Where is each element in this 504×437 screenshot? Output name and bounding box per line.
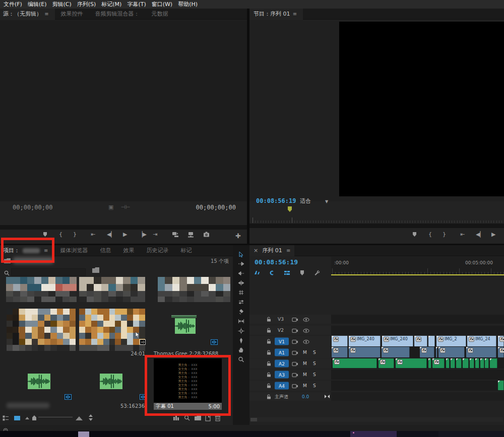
pen-tool[interactable] bbox=[238, 336, 244, 342]
source-ruler[interactable] bbox=[0, 225, 247, 230]
thumbnail-strip-4[interactable] bbox=[7, 345, 76, 351]
track-target-V1[interactable]: V1 bbox=[275, 338, 289, 345]
program-time-ruler[interactable] bbox=[249, 215, 504, 224]
mark-in-button[interactable]: { bbox=[428, 232, 432, 237]
clip-A2-4[interactable]: fx bbox=[432, 358, 445, 368]
clip-A1-0[interactable]: fx bbox=[332, 347, 348, 357]
source-assign-icon[interactable] bbox=[292, 337, 298, 346]
go-to-in-button[interactable]: ⇤ bbox=[460, 232, 465, 237]
track-select-tool[interactable] bbox=[238, 259, 244, 265]
slide-tool[interactable] bbox=[238, 317, 244, 323]
timeline-hscrollbar[interactable] bbox=[250, 417, 503, 422]
track-content-A4[interactable] bbox=[331, 381, 504, 391]
track-header-A1[interactable]: A1MS bbox=[249, 347, 331, 358]
source-assign-icon[interactable] bbox=[292, 348, 298, 357]
anchor-tool[interactable] bbox=[238, 326, 244, 332]
hand-tool[interactable] bbox=[238, 345, 244, 351]
lock-icon[interactable] bbox=[267, 337, 271, 346]
source-assign-icon[interactable] bbox=[292, 326, 298, 335]
clip-A2-11[interactable] bbox=[480, 358, 484, 368]
play-button[interactable]: ▶ bbox=[491, 232, 495, 237]
zoom-tool[interactable] bbox=[238, 355, 244, 361]
master-volume[interactable]: 0.0 bbox=[302, 394, 309, 399]
audio-item-thomas[interactable] bbox=[175, 318, 196, 334]
track-content-A3[interactable] bbox=[331, 370, 504, 380]
track-target-A1[interactable]: A1 bbox=[275, 349, 289, 356]
thumbnail-item-2[interactable] bbox=[79, 277, 145, 291]
toggle-track-output-icon[interactable] bbox=[303, 326, 309, 335]
track-header-A4[interactable]: A4MS bbox=[249, 381, 331, 391]
slip-mini-tool[interactable] bbox=[238, 298, 244, 304]
output-settings-icon[interactable]: ▣ bbox=[108, 204, 113, 210]
track-target-A2[interactable]: A2 bbox=[275, 360, 289, 368]
menu-item-6[interactable]: 窗口(W) bbox=[152, 1, 172, 8]
thumbnail-item-5[interactable] bbox=[79, 309, 145, 345]
step-forward-button[interactable]: ▕▶ bbox=[138, 232, 147, 237]
mark-in-button[interactable]: { bbox=[59, 232, 62, 237]
play-button[interactable]: ▶ bbox=[123, 232, 127, 237]
menu-item-5[interactable]: 字幕(T) bbox=[127, 1, 146, 8]
add-button[interactable]: ✚ bbox=[235, 232, 241, 240]
rate-stretch-tool[interactable] bbox=[238, 288, 244, 294]
lock-icon[interactable] bbox=[267, 348, 271, 357]
program-timecode[interactable]: 00:08:56:19 bbox=[256, 197, 296, 204]
thumbnail-strip-5[interactable] bbox=[79, 345, 145, 351]
clip-V1-5[interactable]: fxIMG_2 bbox=[436, 336, 466, 346]
lock-icon[interactable] bbox=[267, 359, 271, 369]
source-assign-icon[interactable] bbox=[292, 315, 298, 324]
lock-icon[interactable] bbox=[267, 326, 271, 335]
clip-A1-6[interactable]: fx bbox=[466, 347, 496, 357]
source-assign-icon[interactable] bbox=[292, 381, 298, 391]
track-target-A4[interactable]: A4 bbox=[275, 382, 289, 390]
clip-A2-0[interactable]: fx bbox=[333, 358, 377, 368]
clip-A1-7[interactable]: fx bbox=[498, 347, 504, 357]
tab-program[interactable]: 节目：序列 01 ≡ bbox=[249, 9, 303, 20]
mute-button[interactable]: M bbox=[303, 372, 307, 377]
menu-item-3[interactable]: 序列(S) bbox=[77, 1, 96, 8]
mute-button[interactable]: M bbox=[303, 383, 307, 388]
mute-button[interactable]: M bbox=[303, 361, 307, 366]
rolling-edit-tool[interactable] bbox=[238, 278, 244, 284]
clip-A1-2[interactable]: fx bbox=[382, 347, 410, 357]
clip-V1-2[interactable]: fxIMG_240 bbox=[382, 336, 413, 346]
clip-A2-5[interactable] bbox=[446, 358, 450, 368]
solo-button[interactable]: S bbox=[313, 372, 316, 377]
add-marker-button[interactable] bbox=[412, 232, 417, 238]
selection-tool[interactable] bbox=[238, 250, 244, 256]
clip-A2-13[interactable] bbox=[490, 358, 497, 368]
thumbnail-strip-2[interactable] bbox=[79, 291, 145, 302]
clip-A2-3[interactable] bbox=[428, 358, 431, 368]
track-header-A2[interactable]: A2MS bbox=[249, 358, 331, 369]
clip-A2-7[interactable] bbox=[456, 358, 462, 368]
program-scrollbar[interactable] bbox=[249, 224, 504, 228]
overwrite-button[interactable] bbox=[187, 232, 194, 239]
insert-button[interactable] bbox=[172, 232, 178, 239]
clip-A1-4[interactable] bbox=[436, 347, 437, 357]
track-label-V2[interactable]: V2 bbox=[278, 328, 284, 333]
sort-button[interactable] bbox=[88, 414, 93, 423]
clip-A1-5[interactable]: fx bbox=[438, 347, 465, 357]
ripple-edit-tool[interactable] bbox=[238, 269, 244, 275]
menu-item-4[interactable]: 标记(M) bbox=[101, 1, 121, 8]
lock-icon[interactable] bbox=[267, 315, 271, 324]
tab-source-0[interactable]: 源：（无剪辑） ≡ bbox=[0, 9, 55, 20]
thumb-size-slider[interactable] bbox=[32, 414, 37, 423]
zoom-level-dropdown[interactable]: 适合▼ bbox=[300, 197, 328, 205]
menu-item-2[interactable]: 剪辑(C) bbox=[52, 1, 71, 8]
solo-button[interactable]: S bbox=[313, 350, 316, 355]
clip-A2-2[interactable]: fx bbox=[396, 358, 427, 368]
clip-V1-4[interactable] bbox=[428, 336, 435, 346]
thumbnail-strip-3[interactable] bbox=[158, 291, 230, 302]
clip-A1-3[interactable]: fx bbox=[420, 347, 434, 357]
clip-A4-0[interactable] bbox=[498, 381, 504, 390]
clip-V1-3[interactable]: fx bbox=[414, 336, 427, 346]
track-header-V1[interactable]: V1 bbox=[249, 336, 331, 347]
clip-V1-0[interactable]: fx bbox=[332, 336, 348, 346]
thumbnail-item-3[interactable] bbox=[158, 277, 230, 291]
track-content-V3[interactable] bbox=[331, 315, 504, 324]
source-assign-icon[interactable] bbox=[292, 370, 298, 380]
clip-A2-10[interactable] bbox=[475, 358, 479, 368]
clip-V1-1[interactable]: fxIMG_240 bbox=[349, 336, 381, 346]
step-back-button[interactable]: ◀▏ bbox=[476, 232, 484, 237]
mark-out-button[interactable]: } bbox=[443, 232, 446, 237]
